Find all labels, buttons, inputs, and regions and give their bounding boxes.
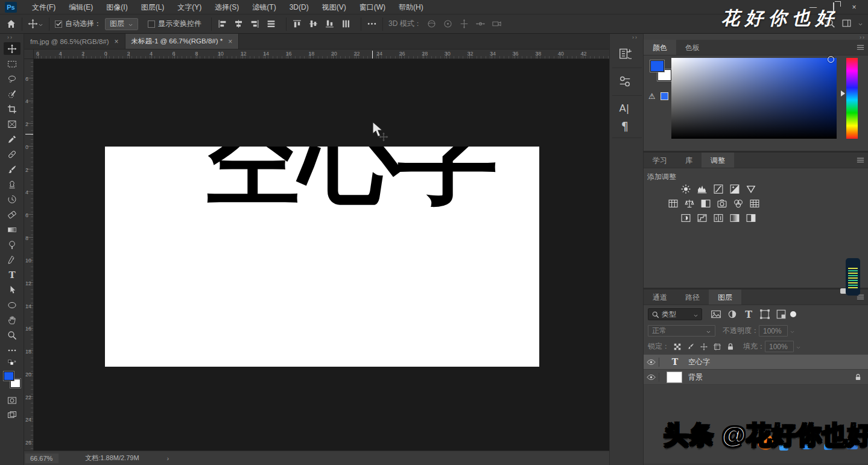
document-tab-0[interactable]: fm.jpg @ 86.5%(RGB/8#)× bbox=[24, 34, 125, 49]
swap-colors-icon[interactable] bbox=[2, 359, 22, 368]
type-tool[interactable]: T bbox=[4, 268, 21, 281]
app-logo[interactable]: Ps bbox=[5, 2, 17, 13]
workspace-icon[interactable] bbox=[841, 18, 852, 28]
history-panel-icon[interactable] bbox=[618, 47, 632, 60]
gradient-tool[interactable] bbox=[4, 223, 21, 236]
layer-filter-type-dropdown[interactable]: 类型 bbox=[648, 308, 702, 320]
quick-select-tool[interactable] bbox=[4, 87, 21, 100]
filter-smart-object-icon[interactable] bbox=[776, 309, 787, 320]
adjustment-color-lookup[interactable] bbox=[748, 198, 761, 209]
collapse-dots[interactable]: ›› bbox=[632, 34, 638, 40]
lock-artboard-icon[interactable] bbox=[713, 343, 721, 351]
opacity-value[interactable]: 100% bbox=[759, 325, 788, 337]
align-top-icon[interactable] bbox=[292, 19, 302, 29]
screen-mode-icon[interactable] bbox=[6, 410, 18, 420]
foreground-color-swatch[interactable] bbox=[650, 60, 664, 72]
close-button[interactable]: × bbox=[844, 0, 864, 14]
adjustment-vibrance[interactable] bbox=[744, 184, 758, 194]
3d-camera-icon[interactable] bbox=[492, 19, 502, 29]
menu-item-10[interactable]: 帮助(H) bbox=[392, 0, 430, 14]
adjustment-posterize[interactable] bbox=[695, 213, 709, 223]
properties-panel-icon[interactable] bbox=[618, 75, 632, 88]
lock-move-icon[interactable] bbox=[700, 343, 708, 351]
adjustment-photo-filter[interactable] bbox=[715, 198, 729, 209]
3d-pan-icon[interactable] bbox=[459, 19, 469, 29]
show-transform-checkbox[interactable] bbox=[148, 21, 155, 28]
distribute-h-icon[interactable] bbox=[266, 19, 276, 29]
3d-roll-icon[interactable] bbox=[443, 19, 453, 29]
gamut-warning-swatch[interactable] bbox=[661, 92, 668, 100]
align-left-icon[interactable] bbox=[217, 19, 227, 29]
filter-toggle[interactable] bbox=[790, 311, 796, 317]
eyedropper-tool[interactable] bbox=[4, 133, 21, 145]
menu-item-1[interactable]: 编辑(E) bbox=[62, 0, 100, 14]
visibility-toggle[interactable] bbox=[644, 373, 659, 382]
layer-row-空心字[interactable]: T空心字 bbox=[644, 355, 868, 370]
hue-slider[interactable] bbox=[846, 58, 858, 139]
menu-item-6[interactable]: 滤镜(T) bbox=[246, 0, 282, 14]
blend-mode-dropdown[interactable]: 正常 bbox=[648, 325, 715, 337]
canvas[interactable]: 空心字 bbox=[105, 147, 539, 367]
home-icon[interactable] bbox=[6, 19, 16, 29]
adjustment-threshold[interactable] bbox=[712, 213, 725, 223]
path-select-tool[interactable] bbox=[4, 283, 21, 296]
adjustment-hue-saturation[interactable] bbox=[667, 198, 680, 209]
fill-value[interactable]: 100% bbox=[765, 341, 794, 352]
align-center-h-icon[interactable] bbox=[233, 19, 244, 29]
adjustment-color-balance[interactable] bbox=[683, 198, 696, 209]
menu-item-8[interactable]: 视图(V) bbox=[315, 0, 353, 14]
menu-item-0[interactable]: 文件(F) bbox=[25, 0, 62, 14]
shape-tool[interactable] bbox=[4, 299, 21, 311]
hue-slider-marker[interactable] bbox=[841, 90, 845, 96]
filter-image-icon[interactable] bbox=[711, 309, 721, 320]
lock-paint-icon[interactable] bbox=[686, 343, 695, 351]
adjustment-exposure[interactable] bbox=[728, 184, 741, 194]
align-right-icon[interactable] bbox=[250, 19, 260, 29]
dodge-tool[interactable] bbox=[4, 238, 21, 251]
quick-mask-icon[interactable] bbox=[6, 396, 18, 405]
adjustment-selective-color[interactable] bbox=[744, 213, 758, 223]
panel-tab-库[interactable]: 库 bbox=[676, 153, 702, 168]
document-tab-1[interactable]: 未标题-1 @ 66.7%(RGB/8#) *× bbox=[125, 34, 239, 49]
menu-item-4[interactable]: 文字(Y) bbox=[171, 0, 208, 14]
horizontal-ruler[interactable]: 6420246810121416182022242628303234363840… bbox=[24, 49, 609, 59]
panel-menu-icon[interactable] bbox=[856, 156, 865, 165]
chevron-down-icon[interactable] bbox=[796, 344, 801, 349]
adjustment-channel-mixer[interactable] bbox=[732, 198, 745, 209]
auto-select-checkbox[interactable] bbox=[55, 21, 62, 28]
chevron-down-icon[interactable] bbox=[858, 21, 863, 26]
tab-close-icon[interactable]: × bbox=[115, 37, 119, 46]
menu-item-5[interactable]: 选择(S) bbox=[208, 0, 246, 14]
marquee-tool[interactable] bbox=[4, 57, 21, 70]
menu-item-3[interactable]: 图层(L) bbox=[135, 0, 171, 14]
paragraph-panel-icon[interactable]: ¶ bbox=[618, 119, 632, 133]
panel-tab-调整[interactable]: 调整 bbox=[702, 153, 734, 168]
vertical-ruler[interactable]: 864202468101214161820222426 bbox=[24, 59, 34, 451]
eraser-tool[interactable] bbox=[4, 208, 21, 221]
chevron-down-icon[interactable] bbox=[790, 328, 795, 334]
status-chevron-icon[interactable]: › bbox=[167, 455, 169, 462]
panel-tab-图层[interactable]: 图层 bbox=[709, 289, 741, 305]
menu-item-7[interactable]: 3D(D) bbox=[283, 0, 315, 14]
menu-item-9[interactable]: 窗口(W) bbox=[353, 0, 392, 14]
history-brush-tool[interactable] bbox=[4, 193, 21, 206]
clone-stamp-tool[interactable] bbox=[4, 178, 21, 191]
move-tool-icon[interactable] bbox=[28, 19, 38, 29]
edit-toolbar[interactable] bbox=[4, 344, 21, 356]
menu-item-2[interactable]: 图像(I) bbox=[100, 0, 134, 14]
adjustment-brightness-contrast[interactable] bbox=[679, 184, 692, 194]
3d-orbit-icon[interactable] bbox=[426, 19, 437, 29]
panel-tab-通道[interactable]: 通道 bbox=[644, 289, 676, 305]
collapse-dots[interactable]: ›› bbox=[7, 34, 13, 40]
zoom-level[interactable]: 66.67% bbox=[25, 454, 59, 463]
filter-adjustment-icon[interactable] bbox=[727, 309, 738, 320]
hand-tool[interactable] bbox=[4, 314, 21, 326]
brush-tool[interactable] bbox=[4, 163, 21, 176]
lock-all-icon[interactable] bbox=[726, 343, 735, 351]
color-picker-field[interactable] bbox=[671, 58, 837, 139]
visibility-toggle[interactable] bbox=[644, 358, 659, 367]
align-bottom-icon[interactable] bbox=[325, 19, 335, 29]
panel-tab-学习[interactable]: 学习 bbox=[644, 153, 676, 168]
healing-brush-tool[interactable] bbox=[4, 148, 21, 160]
color-picker-marker[interactable] bbox=[828, 56, 834, 63]
